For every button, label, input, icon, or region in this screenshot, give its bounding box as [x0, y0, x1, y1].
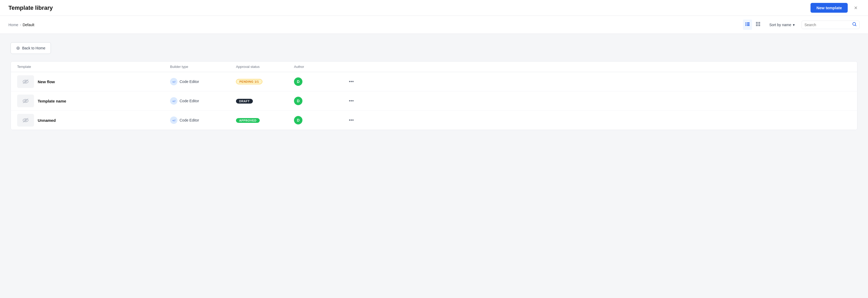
- more-button-0[interactable]: •••: [347, 78, 356, 86]
- toolbar: Home › Default Sort by name ▾: [0, 16, 868, 34]
- svg-rect-5: [747, 25, 750, 26]
- table-row: Template name </> Code Editor DRAFT D ••…: [11, 91, 857, 111]
- template-thumbnail-1: [17, 94, 34, 107]
- builder-cell-0: </> Code Editor: [170, 78, 236, 85]
- col-template: Template: [17, 65, 170, 69]
- template-cell-2: Unnamed: [17, 114, 170, 127]
- back-circle-icon: ⊕: [16, 45, 20, 51]
- template-name-2: Unnamed: [38, 118, 56, 123]
- breadcrumb-home[interactable]: Home: [8, 23, 18, 27]
- svg-text:</>: </>: [173, 100, 176, 103]
- sort-label: Sort by name: [769, 23, 791, 27]
- builder-cell-1: </> Code Editor: [170, 97, 236, 105]
- author-avatar-1: D: [294, 97, 303, 105]
- col-actions: [347, 65, 363, 69]
- svg-rect-4: [745, 25, 746, 26]
- svg-rect-1: [747, 23, 750, 23]
- table-header: Template Builder type Approval status Au…: [11, 61, 857, 72]
- template-name-0: New flow: [38, 80, 55, 84]
- table-row: New flow </> Code Editor PENDING 1/1 D •…: [11, 72, 857, 91]
- status-badge-0: PENDING 1/1: [236, 79, 262, 84]
- main-content: ⊕ Back to Home Template Builder type App…: [0, 34, 868, 138]
- col-builder-type: Builder type: [170, 65, 236, 69]
- status-cell-0: PENDING 1/1: [236, 79, 294, 84]
- table-row: Unnamed </> Code Editor APPROVED D •••: [11, 111, 857, 130]
- template-table: Template Builder type Approval status Au…: [10, 61, 858, 130]
- author-cell-0: D: [294, 77, 347, 86]
- template-cell-0: New flow: [17, 75, 170, 88]
- sort-chevron-icon: ▾: [793, 23, 795, 27]
- status-cell-1: DRAFT: [236, 99, 294, 104]
- header-right: New template ×: [810, 3, 860, 13]
- template-cell-1: Template name: [17, 94, 170, 107]
- author-cell-2: D: [294, 116, 347, 125]
- more-button-1[interactable]: •••: [347, 97, 356, 105]
- status-badge-2: APPROVED: [236, 118, 260, 123]
- status-badge-1: DRAFT: [236, 99, 253, 104]
- svg-rect-0: [745, 23, 746, 23]
- builder-label-2: Code Editor: [180, 118, 199, 122]
- svg-rect-6: [756, 22, 758, 24]
- search-icon[interactable]: [852, 22, 857, 27]
- app-header: Template library New template ×: [0, 0, 868, 16]
- breadcrumb: Home › Default: [8, 23, 739, 27]
- actions-cell-0: •••: [347, 78, 363, 86]
- template-name-1: Template name: [38, 99, 66, 103]
- col-author: Author: [294, 65, 347, 69]
- builder-icon-2: </>: [170, 116, 178, 124]
- view-toggles: [743, 20, 763, 30]
- svg-rect-9: [758, 24, 760, 26]
- actions-cell-1: •••: [347, 97, 363, 105]
- svg-rect-2: [745, 24, 746, 25]
- builder-cell-2: </> Code Editor: [170, 116, 236, 124]
- grid-view-button[interactable]: [753, 20, 763, 30]
- search-input[interactable]: [804, 21, 850, 29]
- list-view-button[interactable]: [743, 20, 752, 30]
- author-cell-1: D: [294, 97, 347, 105]
- actions-cell-2: •••: [347, 116, 363, 124]
- builder-label-0: Code Editor: [180, 80, 199, 84]
- back-to-home-label: Back to Home: [22, 46, 45, 50]
- more-button-2[interactable]: •••: [347, 116, 356, 124]
- builder-icon-1: </>: [170, 97, 178, 105]
- svg-line-11: [855, 25, 857, 26]
- svg-rect-7: [758, 22, 760, 24]
- svg-text:</>: </>: [173, 119, 176, 122]
- close-button[interactable]: ×: [852, 3, 860, 12]
- col-approval-status: Approval status: [236, 65, 294, 69]
- page-title: Template library: [8, 4, 53, 11]
- search-wrapper: [802, 21, 860, 29]
- template-thumbnail-0: [17, 75, 34, 88]
- builder-label-1: Code Editor: [180, 99, 199, 103]
- svg-text:</>: </>: [173, 81, 176, 83]
- svg-rect-8: [756, 24, 758, 26]
- author-avatar-0: D: [294, 77, 303, 86]
- breadcrumb-separator: ›: [20, 23, 21, 27]
- back-to-home-button[interactable]: ⊕ Back to Home: [10, 42, 51, 54]
- builder-icon-0: </>: [170, 78, 178, 85]
- svg-rect-3: [747, 24, 750, 25]
- new-template-button[interactable]: New template: [810, 3, 848, 13]
- status-cell-2: APPROVED: [236, 118, 294, 123]
- breadcrumb-current: Default: [23, 23, 34, 27]
- template-thumbnail-2: [17, 114, 34, 127]
- author-avatar-2: D: [294, 116, 303, 125]
- sort-dropdown[interactable]: Sort by name ▾: [767, 21, 797, 29]
